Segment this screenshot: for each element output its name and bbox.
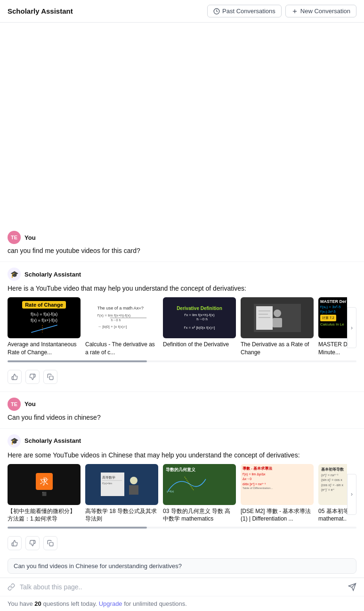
video-title-1: Average and Instantaneous Rate of Change… [8,341,81,357]
assistant-text-1: Here is a YouTube video that may help yo… [8,284,356,293]
video-title-3: Definition of the Derivative [163,341,236,349]
video-thumb-5: MASTER Der f'(x₅) = 3x²-5 f'(x₅)-3x²-5 计… [318,297,347,338]
thumbs-up-button-1[interactable] [8,370,22,384]
action-row-1 [8,366,356,390]
footer-middle: questions left today. [41,600,99,607]
cn-video-card-2[interactable]: 高等数学 f'(x)=lim 高等数学 18 导数公式及其求导法则 [85,464,158,523]
new-conversation-button[interactable]: New Conversation [285,5,356,17]
thumbs-up-icon-2 [11,540,18,546]
chat-area: TE You can you find me youtube videos fo… [0,23,364,558]
new-conversation-label: New Conversation [300,8,350,15]
clock-icon [213,8,220,15]
thumb-deriv-formula-3: f'x = lim f(x+h)-f(x) h→0 h f'x = x² [b|… [184,313,215,330]
cn-video-thumb-3: 导数的几何意义 y=f(x) [163,464,236,505]
video-list-2[interactable]: 求 ⬛ 【初中生能看懂的微积分】方法篇：1.如何求导 [8,464,347,525]
username-1: You [24,234,36,241]
video-thumb-2: The use of a math Ax=? f'(x) = lim f(x+h… [85,297,158,338]
user-message-1: TE You can you find me youtube videos fo… [0,225,364,261]
user-row-1: TE You [8,231,356,244]
carousel-arrow-right-2[interactable]: › [347,474,356,515]
svg-text:f'(x) = lim f(x+h)-f(x): f'(x) = lim f(x+h)-f(x) [97,313,130,318]
action-row-2 [8,532,356,556]
thumb-cn-content-4: f'(x) = lim Δy/Δx Δx→0 d/dx [xⁿ] = nxⁿ⁻¹ [243,472,312,487]
cn-video-card-1[interactable]: 求 ⬛ 【初中生能看懂的微积分】方法篇：1.如何求导 [8,464,81,523]
scroll-thumb-2 [8,527,147,529]
video-card-4[interactable]: The Derivative as a Rate of Change [241,297,314,357]
send-button[interactable] [348,583,356,591]
thumb-master-label-5: Calculus In Le [320,322,347,326]
cn-video-thumb-5: 基本初等导数 (xⁿ)' = nxⁿ⁻¹ (sin x)' = cos x (c… [318,464,347,505]
assistant-avatar-2: 🎓 [8,434,21,448]
scroll-thumb-1 [8,360,147,362]
assistant-message-2: 🎓 Scholarly Assistant Here are some YouT… [0,429,364,558]
assistant-username-1: Scholarly Assistant [24,271,81,278]
chat-input[interactable] [20,583,343,591]
english-video-carousel: Rate of Change f(x₀) = f(a)-f(a)f(x) = f… [8,297,356,364]
thumbs-up-button-2[interactable] [8,536,22,550]
scroll-track-1 [8,360,356,362]
thumb-master-btn-5: 计算 7.2 [320,315,336,321]
video-title-5: MASTER De... In Less Tha... Minute... [318,341,347,357]
carousel-arrow-right-1[interactable]: › [347,307,356,348]
cn-video-card-3[interactable]: 导数的几何意义 y=f(x) 03 导数的几何意义 导数 高中数学 mathem… [163,464,236,523]
thumb-label-1: Rate of Change [22,301,66,309]
thumb-master-formula-b-5: f'(x₅)-3x²-5 [320,310,347,314]
message-text-2: Can you find videos in chinese? [8,413,356,423]
assistant-row-1: 🎓 Scholarly Assistant [8,268,356,281]
app-title: Scholarly Assistant [8,7,73,15]
thumb-formula-1: f(x₀) = f(a)-f(a)f(x) = f(x+)·f(x) [31,311,57,323]
question-count: 20 [34,600,41,607]
copy-button-1[interactable] [43,370,57,384]
app-header: Scholarly Assistant Past Conversations N… [0,0,364,23]
video-card-1[interactable]: Rate of Change f(x₀) = f(a)-f(a)f(x) = f… [8,297,81,357]
past-conversations-label: Past Conversations [222,8,275,15]
thumbs-down-button-1[interactable] [25,370,40,384]
handwriting-svg: The use of a math Ax=? f'(x) = lim f(x+h… [93,301,151,334]
thumb-cn-sub-4: Table of Differentiation... [243,487,312,489]
copy-icon-2 [47,540,54,546]
svg-point-11 [274,310,281,317]
footer: You have 20 questions left today. Upgrad… [0,596,364,611]
thumb-cn-sub-1: ⬛ [42,492,47,496]
suggestion-chip[interactable]: Can you find videos in Chinese for under… [8,558,356,574]
thumb-deriv-label-3: Derivative Definition [177,306,222,311]
thumb-cn-board-title-3: 导数的几何意义 [166,467,233,473]
thumb-graph-1 [25,323,63,334]
video-thumb-4 [241,297,314,338]
cn-video-card-4[interactable]: 導數 - 基本求導法 f'(x) = lim Δy/Δx Δx→0 d/dx [… [241,464,314,523]
username-2: You [24,400,36,407]
svg-rect-28 [49,542,53,546]
footer-suffix: for unlimited questions. [122,600,187,607]
lecturer-svg [254,304,301,332]
upgrade-link[interactable]: Upgrade [99,600,122,607]
svg-text:f'(x)=lim: f'(x)=lim [102,482,112,485]
video-card-3[interactable]: Derivative Definition f'x = lim f(x+h)-f… [163,297,236,357]
svg-text:→ [b|0] + [x  f(x)=]: → [b|0] + [x f(x)=] [97,324,127,328]
video-card-5[interactable]: MASTER Der f'(x₅) = 3x²-5 f'(x₅)-3x²-5 计… [318,297,347,357]
header-actions: Past Conversations New Conversation [207,5,356,17]
svg-text:The use of a math Ax=?: The use of a math Ax=? [97,306,143,310]
thumb-cn-5: 基本初等导数 (xⁿ)' = nxⁿ⁻¹ (sin x)' = cos x (c… [318,464,347,505]
svg-rect-12 [273,318,282,327]
svg-rect-13 [256,306,273,330]
past-conversations-button[interactable]: Past Conversations [207,5,282,17]
copy-button-2[interactable] [43,536,57,550]
message-text-1: can you find me youtube videos for this … [8,246,356,256]
link-icon [8,583,15,591]
svg-rect-24 [129,485,138,495]
user-message-2: TE You Can you find videos in chinese? [0,392,364,428]
thumb-cn-3: 导数的几何意义 y=f(x) [163,464,236,505]
thumb-master-formula-5: f'(x₅) = 3x²-5 [320,305,347,309]
chinese-video-carousel: 求 ⬛ 【初中生能看懂的微积分】方法篇：1.如何求导 [8,464,356,531]
plus-icon [291,8,298,15]
video-list-1[interactable]: Rate of Change f(x₀) = f(a)-f(a)f(x) = f… [8,297,347,358]
assistant-message-1: 🎓 Scholarly Assistant Here is a YouTube … [0,262,364,391]
thumb-rate-change: Rate of Change f(x₀) = f(a)-f(a)f(x) = f… [8,297,81,338]
assistant-username-2: Scholarly Assistant [24,437,81,444]
video-card-2[interactable]: The use of a math Ax=? f'(x) = lim f(x+h… [85,297,158,357]
thumb-cn-content-5: (xⁿ)' = nxⁿ⁻¹ (sin x)' = cos x (cos x)' … [321,473,347,493]
cn-video-card-5[interactable]: 基本初等导数 (xⁿ)' = nxⁿ⁻¹ (sin x)' = cos x (c… [318,464,347,523]
avatar-1: TE [8,231,21,244]
thumbs-down-button-2[interactable] [25,536,40,550]
video-thumb-1: Rate of Change f(x₀) = f(a)-f(a)f(x) = f… [8,297,81,338]
